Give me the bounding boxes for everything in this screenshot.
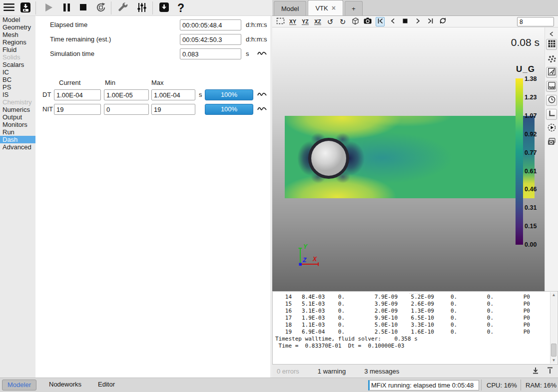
view-xy-button[interactable]: XY — [288, 17, 297, 26]
sidebar-item-numerics[interactable]: Numerics — [0, 106, 35, 113]
view-yz-button[interactable]: YZ — [301, 17, 310, 26]
parameters-button[interactable] — [135, 1, 149, 14]
fit-view-button[interactable] — [276, 17, 285, 26]
sidebar-item-dash[interactable]: Dash — [0, 136, 35, 143]
scroll-down-icon[interactable]: ▼ — [551, 358, 557, 364]
time-remaining-input[interactable] — [180, 34, 241, 45]
terminal-line: 15 5.1E-03 0. 3.9E-09 2.6E-09 0. 0. P0 — [275, 301, 530, 308]
toggle-axes-button[interactable] — [546, 109, 557, 120]
settings-button[interactable] — [116, 1, 130, 14]
terminal-scrollbar[interactable]: ▲ ▼ — [550, 292, 557, 364]
dt-min-input[interactable] — [104, 89, 149, 100]
time-remaining-unit: d:h:m:s — [246, 34, 267, 45]
sidebar-item-ic[interactable]: IC — [0, 68, 35, 76]
run-status: MFiX running: elapsed time 0:05:48 — [368, 380, 479, 391]
tab-model[interactable]: Model — [274, 1, 306, 15]
sidebar-item-run[interactable]: Run — [0, 128, 35, 136]
tab-vtk[interactable]: VTK × — [308, 0, 343, 15]
sidebar-item-advanced[interactable]: Advanced — [0, 143, 35, 151]
sidebar-item-mesh[interactable]: Mesh — [0, 31, 35, 38]
help-button[interactable]: ? — [174, 1, 188, 14]
toggle-geometry-button[interactable] — [546, 67, 557, 78]
nit-plot-button[interactable] — [256, 104, 267, 115]
nit-row-label: NIT — [42, 103, 53, 115]
next-frame-button[interactable] — [413, 17, 422, 26]
nit-min-input[interactable] — [104, 104, 149, 115]
cpu-usage: CPU: 16% — [487, 380, 517, 391]
stop-playback-button[interactable] — [401, 17, 410, 26]
sidebar-item-scalars[interactable]: Scalars — [0, 61, 35, 68]
errors-count[interactable]: 0 errors — [277, 368, 299, 375]
toggle-time-label-button[interactable] — [546, 95, 557, 106]
scroll-to-bottom-button[interactable] — [532, 367, 540, 376]
dt-current-input[interactable] — [54, 89, 101, 100]
frame-number-input[interactable] — [517, 17, 554, 26]
dt-progress-bar: 100% — [205, 89, 253, 100]
pause-button[interactable] — [59, 1, 73, 14]
toggle-mesh-button[interactable] — [546, 39, 557, 50]
first-frame-button[interactable] — [376, 17, 385, 26]
toggle-particles-button[interactable] — [546, 54, 557, 65]
dt-plot-button[interactable] — [256, 89, 267, 100]
save-button[interactable] — [18, 1, 32, 14]
terminal-line: 18 1.1E-03 0. 5.0E-10 3.3E-10 0. 0. P0 — [275, 322, 530, 329]
scroll-up-icon[interactable]: ▲ — [551, 292, 557, 298]
dt-max-input[interactable] — [151, 89, 195, 100]
mode-button-editor[interactable]: Editor — [93, 380, 120, 391]
close-tab-icon[interactable]: × — [332, 4, 336, 12]
toggle-colorbar-button[interactable] — [546, 81, 557, 92]
previous-frame-button[interactable] — [388, 17, 397, 26]
mode-button-nodeworks[interactable]: Nodeworks — [44, 380, 86, 391]
legend-colorbar — [516, 78, 523, 245]
vtk-render-view[interactable]: 0.08 s — [272, 27, 545, 291]
messages-count[interactable]: 3 messages — [364, 368, 399, 375]
warnings-count[interactable]: 1 warning — [318, 368, 346, 375]
snapshot-button[interactable] — [363, 17, 372, 26]
last-frame-button[interactable] — [426, 17, 435, 26]
view-xz-button[interactable]: XZ — [313, 17, 322, 26]
sidebar-item-regions[interactable]: Regions — [0, 38, 35, 46]
repeat-button[interactable] — [438, 17, 447, 26]
elapsed-time-unit: d:h:m:s — [246, 19, 267, 30]
help-icon: ? — [177, 2, 184, 14]
play-animation-button[interactable] — [546, 123, 557, 134]
sidebar-item-bc[interactable]: BC — [0, 76, 35, 83]
terminal-line: 14 8.4E-03 0. 7.9E-09 5.2E-09 0. 0. P0 — [275, 294, 530, 301]
rotate-left-button[interactable]: ↺ — [326, 17, 335, 26]
sidebar-nav: ModelGeometryMeshRegionsFluidSolidsScala… — [0, 16, 35, 378]
collapse-panel-button[interactable] — [546, 28, 557, 39]
scroll-to-top-button[interactable] — [546, 367, 554, 376]
solver-output-terminal[interactable]: ······ 14 8.4E-03 0. 7.9E-09 5.2E-09 0. … — [272, 291, 558, 365]
toolbar-separator — [35, 1, 36, 14]
legend-tick: 0.46 — [525, 186, 544, 193]
reset-button[interactable] — [94, 1, 108, 14]
perspective-button[interactable] — [351, 17, 360, 26]
stop-button[interactable] — [76, 1, 90, 14]
nit-current-input[interactable] — [54, 104, 101, 115]
sidebar-item-monitors[interactable]: Monitors — [0, 121, 35, 128]
menu-button[interactable] — [2, 1, 16, 14]
tab-new[interactable]: + — [345, 1, 363, 15]
sidebar-item-ps[interactable]: PS — [0, 83, 35, 91]
time-remaining-label: Time remaining (est.) — [50, 34, 111, 45]
sidebar-item-fluid[interactable]: Fluid — [0, 46, 35, 53]
sidebar-item-output[interactable]: Output — [0, 113, 35, 121]
stop-icon — [403, 18, 408, 25]
scrollbar-thumb[interactable] — [551, 344, 557, 357]
grid-icon — [548, 40, 556, 49]
dt-unit: s — [199, 89, 202, 101]
play-button[interactable] — [42, 1, 56, 14]
download-button[interactable] — [157, 1, 171, 14]
simulation-time-plot-button[interactable] — [256, 48, 267, 59]
legend-tick: 0.77 — [525, 149, 544, 156]
nit-max-input[interactable] — [151, 104, 195, 115]
rotate-right-button[interactable]: ↻ — [338, 17, 347, 26]
simulation-time-input[interactable] — [180, 48, 241, 59]
mode-button-modeler[interactable]: Modeler — [2, 380, 36, 391]
save-image-button[interactable] — [546, 137, 557, 148]
legend-tick: 1.23 — [525, 94, 544, 101]
elapsed-time-input[interactable] — [180, 19, 241, 30]
sidebar-item-geometry[interactable]: Geometry — [0, 23, 35, 31]
sidebar-item-model[interactable]: Model — [0, 16, 35, 23]
sidebar-item-is[interactable]: IS — [0, 91, 35, 98]
